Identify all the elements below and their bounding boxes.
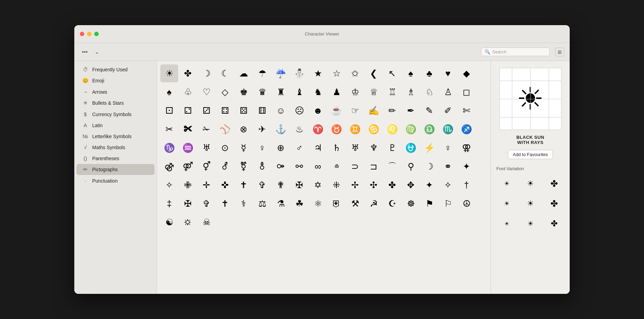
sidebar-item-punctuation[interactable]: · Punctuation — [76, 175, 154, 186]
char-cell[interactable]: ⚀ — [160, 102, 178, 120]
char-cell[interactable]: ☿ — [235, 139, 253, 157]
char-cell[interactable]: ✞ — [197, 195, 215, 213]
char-cell[interactable]: ☀ — [160, 64, 178, 82]
char-cell[interactable]: ⊐ — [365, 157, 383, 175]
char-cell[interactable]: ⚖ — [253, 195, 271, 213]
close-button[interactable] — [80, 32, 84, 36]
char-cell[interactable]: ★ — [309, 64, 327, 82]
char-cell[interactable]: ⊕ — [272, 139, 290, 157]
more-options-button[interactable]: ••• — [80, 48, 90, 56]
char-cell[interactable]: ♟ — [328, 83, 345, 101]
char-cell[interactable]: ♄ — [328, 139, 345, 157]
char-cell[interactable]: ☔ — [272, 64, 290, 82]
char-cell[interactable]: ♥ — [439, 64, 457, 82]
char-cell[interactable]: ♀ — [439, 139, 457, 157]
char-cell[interactable]: ✢ — [346, 176, 364, 194]
char-cell[interactable]: ☭ — [365, 195, 383, 213]
char-cell[interactable]: ♜ — [272, 83, 290, 101]
char-cell[interactable]: ☪ — [383, 195, 401, 213]
char-cell[interactable]: ♉ — [328, 120, 345, 138]
char-cell[interactable]: ✟ — [272, 176, 290, 194]
char-cell[interactable]: ☞ — [346, 102, 364, 120]
char-cell[interactable]: ♗ — [402, 83, 420, 101]
char-cell[interactable]: ✀ — [179, 120, 197, 138]
char-cell[interactable]: ⛎ — [402, 139, 420, 157]
char-cell[interactable]: ⚐ — [439, 195, 457, 213]
char-cell[interactable]: ✤ — [383, 176, 401, 194]
char-cell[interactable]: ♐ — [458, 120, 475, 138]
char-cell[interactable]: ↖ — [383, 64, 401, 82]
sidebar-item-letterlike[interactable]: № Letterlike Symbols — [76, 131, 154, 142]
maximize-button[interactable] — [94, 32, 99, 36]
minimize-button[interactable] — [87, 32, 92, 36]
char-cell[interactable]: ☁ — [235, 64, 253, 82]
char-cell[interactable]: ⚨ — [253, 157, 271, 175]
char-cell[interactable]: ☹ — [290, 102, 308, 120]
char-cell[interactable]: ⚑ — [420, 195, 438, 213]
char-cell[interactable]: ⚅ — [253, 102, 271, 120]
char-cell[interactable]: ⚛ — [309, 195, 327, 213]
char-cell[interactable]: ✛ — [197, 176, 215, 194]
char-cell[interactable]: ⧝ — [328, 157, 345, 175]
sidebar-item-latin[interactable]: A Latin — [76, 120, 154, 131]
char-cell[interactable]: ♅ — [197, 139, 215, 157]
char-cell[interactable]: ✠ — [290, 176, 308, 194]
char-cell[interactable]: ♘ — [420, 83, 438, 101]
char-cell[interactable]: ✦ — [458, 157, 475, 175]
char-cell[interactable]: ♍ — [402, 120, 420, 138]
char-cell[interactable]: ⚒ — [346, 195, 364, 213]
char-cell[interactable]: ☮ — [458, 195, 475, 213]
char-cell[interactable]: ⊗ — [235, 120, 253, 138]
char-cell[interactable]: ⚩ — [272, 157, 290, 175]
font-variation-cell[interactable]: ☀ — [520, 175, 540, 192]
char-cell[interactable]: ✞ — [253, 176, 271, 194]
char-cell[interactable]: ✩ — [346, 64, 364, 82]
char-cell[interactable]: ⊙ — [216, 139, 234, 157]
char-cell[interactable]: ✂ — [160, 120, 178, 138]
char-cell[interactable]: ✤ — [179, 64, 197, 82]
char-cell[interactable]: ∞ — [309, 157, 327, 175]
font-variation-cell[interactable]: ☀ — [496, 215, 517, 232]
font-variation-cell[interactable]: ☀ — [520, 195, 540, 212]
char-cell[interactable]: ♠ — [402, 64, 420, 82]
char-cell[interactable]: ♌ — [383, 120, 401, 138]
char-cell[interactable]: ⁜ — [328, 176, 345, 194]
char-cell[interactable]: † — [458, 176, 475, 194]
char-cell[interactable]: ✧ — [160, 176, 178, 194]
char-cell[interactable]: ♑ — [160, 139, 178, 157]
char-cell[interactable]: ✥ — [402, 176, 420, 194]
char-cell[interactable]: ◆ — [458, 64, 475, 82]
font-variation-cell[interactable]: ✤ — [544, 215, 564, 232]
char-cell[interactable]: ♚ — [235, 83, 253, 101]
char-cell[interactable]: ⚯ — [290, 157, 308, 175]
char-cell[interactable]: ✈ — [253, 120, 271, 138]
sidebar-item-currency[interactable]: $ Currency Symbols — [76, 109, 154, 120]
char-cell[interactable]: ♀ — [253, 139, 271, 157]
font-variation-cell[interactable]: ✤ — [544, 175, 564, 192]
char-cell[interactable]: ♋ — [365, 120, 383, 138]
char-cell[interactable]: ♙ — [439, 83, 457, 101]
char-cell[interactable]: ✦ — [420, 176, 438, 194]
sidebar-item-emoji[interactable]: 😊 Emoji — [76, 75, 154, 86]
char-cell[interactable]: ⚾ — [216, 120, 234, 138]
sidebar-item-arrows[interactable]: → Arrows — [76, 86, 154, 97]
char-cell[interactable]: ♡ — [197, 83, 215, 101]
char-cell[interactable]: ⚧ — [235, 157, 253, 175]
char-cell[interactable]: ♒ — [179, 139, 197, 157]
sidebar-item-frequently-used[interactable]: ⏱ Frequently Used — [76, 64, 154, 75]
char-cell[interactable]: ⛨ — [328, 195, 345, 213]
char-cell[interactable]: ☂ — [253, 64, 271, 82]
char-cell[interactable]: ♂ — [290, 139, 308, 157]
char-cell[interactable]: ♞ — [309, 83, 327, 101]
char-cell[interactable]: ✍ — [365, 102, 383, 120]
font-variation-cell[interactable]: ☀ — [496, 195, 517, 212]
char-cell[interactable]: ♎ — [420, 120, 438, 138]
char-cell[interactable]: ☻ — [309, 102, 327, 120]
char-cell[interactable]: ✁ — [197, 120, 215, 138]
search-input[interactable] — [492, 49, 546, 54]
char-cell[interactable]: ☕ — [328, 102, 345, 120]
char-cell[interactable]: ♊ — [346, 120, 364, 138]
char-cell[interactable]: ✣ — [365, 176, 383, 194]
char-cell[interactable]: ♔ — [346, 83, 364, 101]
char-cell[interactable]: ⊃ — [346, 157, 364, 175]
